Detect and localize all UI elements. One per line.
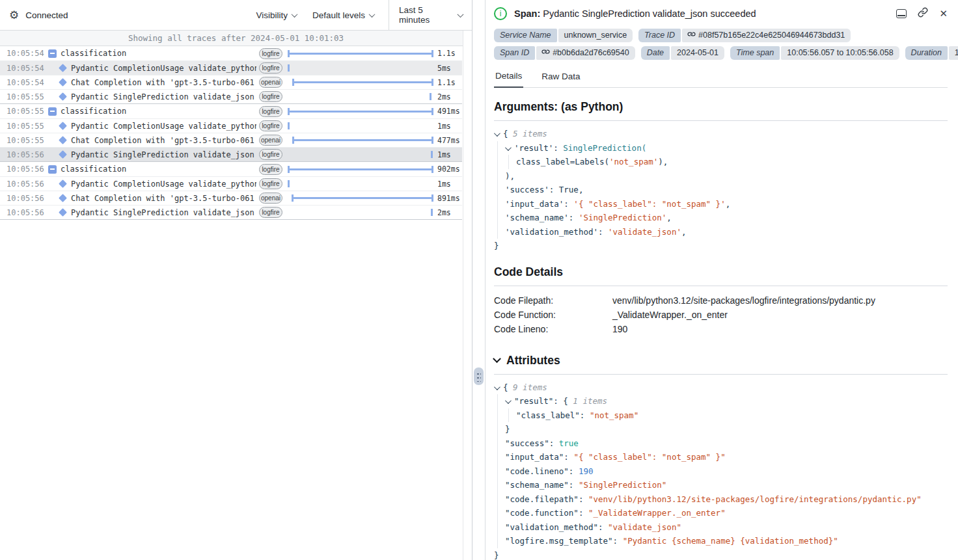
tag-label: Duration [905,46,948,60]
tag-label: Time span [730,46,780,60]
collapse-chevron-icon[interactable] [494,384,500,390]
indent-guide [497,464,498,479]
default-levels-menu[interactable]: Default levels [312,10,374,20]
code-details-list: Code Filepath:venv/lib/python3.12/site-p… [494,293,948,336]
scope-badge: logfire [259,178,282,189]
scope-badge: logfire [259,149,282,160]
tag-row: Span ID#b0b6da2d76c69540Date2024-05-01Ti… [494,46,948,60]
span-tags: Service Nameunknown_serviceTrace ID#08f5… [494,29,948,60]
collapse-toggle-icon[interactable] [48,107,57,116]
code-token: ), [505,171,515,181]
collapse-chevron-icon[interactable] [505,397,512,404]
span-diamond-icon [59,180,67,188]
code-line: "code.lineno": 190 [494,464,948,479]
code-token: "{ "class_label": "not_spam" }" [573,452,725,462]
trace-row[interactable]: 10:05:56Pydantic CompletionUsage validat… [0,176,462,191]
trace-row[interactable]: 10:05:54classificationlogfire1.1s [0,46,462,60]
row-timestamp: 10:05:54 [7,64,44,73]
span-header: i Span: Pydantic SinglePrediction valida… [494,7,948,20]
code-detail-row: Code Filepath:venv/lib/python3.12/site-p… [494,293,948,308]
scrollbar-gutter[interactable] [463,31,472,560]
duration-bar [288,61,433,75]
tab-raw-data[interactable]: Raw Data [540,66,581,87]
duration-bar [288,206,433,220]
code-detail-label: Code Filepath: [494,293,612,308]
trace-row[interactable]: 10:05:56classificationlogfire902ms [0,162,462,176]
code-token: } [494,241,499,250]
code-detail-value: venv/lib/python3.12/site-packages/logfir… [612,293,875,308]
arguments-heading: Arguments: (as Python) [494,100,948,114]
code-token: '{ "class_label": "not_spam" }' [573,199,725,209]
trace-row[interactable]: 10:05:55Pydantic CompletionUsage validat… [0,118,462,133]
tag-label: Span ID [494,46,535,60]
span-tag-duration: Duration1ms [905,46,958,60]
code-token: 5 items [513,129,547,139]
code-line: 'input_data': '{ "class_label": "not_spa… [494,197,948,211]
code-token: "SinglePrediction" [579,480,666,490]
tag-row: Service Nameunknown_serviceTrace ID#08f5… [494,29,948,42]
panel-resize-handle[interactable] [474,367,484,385]
copy-link-icon[interactable] [918,7,928,20]
code-token: : [569,480,579,490]
indent-guide [497,225,498,239]
drag-dots-icon [476,371,481,382]
collapse-chevron-icon[interactable] [494,130,500,137]
row-name: classification [61,49,256,58]
gear-icon[interactable]: ⚙ [9,10,19,21]
dock-panel-icon[interactable] [896,9,907,18]
code-token: "schema_name" [505,480,569,490]
trace-row[interactable]: 10:05:55Pydantic SinglePrediction valida… [0,89,462,103]
code-line: } [494,422,948,436]
trace-row[interactable]: 10:05:54Chat Completion with 'gpt-3.5-tu… [0,75,462,89]
code-token: "code.filepath" [505,494,579,504]
collapse-chevron-icon[interactable] [505,144,512,151]
trace-row[interactable]: 10:05:56Chat Completion with 'gpt-3.5-tu… [0,191,462,205]
span-header-actions: ✕ [896,7,948,20]
duration-bar-span [292,139,433,141]
code-line: "logfire.msg_template": "Pydantic {schem… [494,534,948,548]
tag-value[interactable]: #08f57b165e22c4e625046944673bdd31 [682,29,851,42]
trace-row[interactable]: 10:05:55Chat Completion with 'gpt-3.5-tu… [0,133,462,147]
row-duration: 2ms [437,92,462,101]
close-icon[interactable]: ✕ [939,9,948,19]
collapse-toggle-icon[interactable] [48,165,57,174]
indent-guide [497,408,498,423]
trace-row[interactable]: 10:05:56Pydantic SinglePrediction valida… [0,205,462,219]
duration-bar-tick [288,122,290,129]
tab-details[interactable]: Details [494,66,523,88]
span-diamond-icon [59,150,67,159]
span-diamond-icon [59,122,67,130]
indent-guide [497,422,498,436]
code-token: { [503,382,513,392]
trace-row[interactable]: 10:05:56Pydantic SinglePrediction valida… [0,147,462,161]
tag-value[interactable]: #b0b6da2d76c69540 [536,46,635,60]
code-detail-row: Code Function:_ValidateWrapper._on_enter [494,308,948,322]
code-token: 1 items [573,396,607,406]
code-token: 'schema_name': [505,213,579,222]
duration-bar-span [292,197,433,199]
code-token: { [503,129,513,139]
time-range-select[interactable]: Last 5 minutes [389,0,472,31]
attributes-code-block: { 9 items"result": { 1 items"class_label… [494,380,948,560]
visibility-menu[interactable]: Visibility [256,10,297,20]
collapse-toggle-icon[interactable] [48,49,57,58]
trace-row[interactable]: 10:05:55classificationlogfire491ms [0,104,462,118]
code-token: 'input_data': [505,199,573,209]
row-name: Pydantic CompletionUsage validate_python [71,64,256,73]
code-line: } [494,239,948,253]
code-token: , [666,213,672,222]
row-timestamp: 10:05:55 [7,122,44,131]
row-name: Pydantic SinglePrediction validate_json [71,208,256,217]
duration-bar-span [288,168,433,170]
scope-badge: logfire [259,120,282,131]
indent-guide [497,450,498,464]
attributes-heading[interactable]: Attributes [494,354,948,367]
trace-row[interactable]: 10:05:54Pydantic CompletionUsage validat… [0,60,462,75]
code-line: "validation_method": "validate_json" [494,520,948,535]
row-name: classification [61,165,256,174]
chevron-down-icon [369,11,376,18]
code-line: "class_label": "not_spam" [494,408,948,423]
trace-list: 10:05:54classificationlogfire1.1s10:05:5… [0,46,462,220]
row-timestamp: 10:05:56 [7,208,44,217]
row-timestamp: 10:05:55 [7,107,44,116]
